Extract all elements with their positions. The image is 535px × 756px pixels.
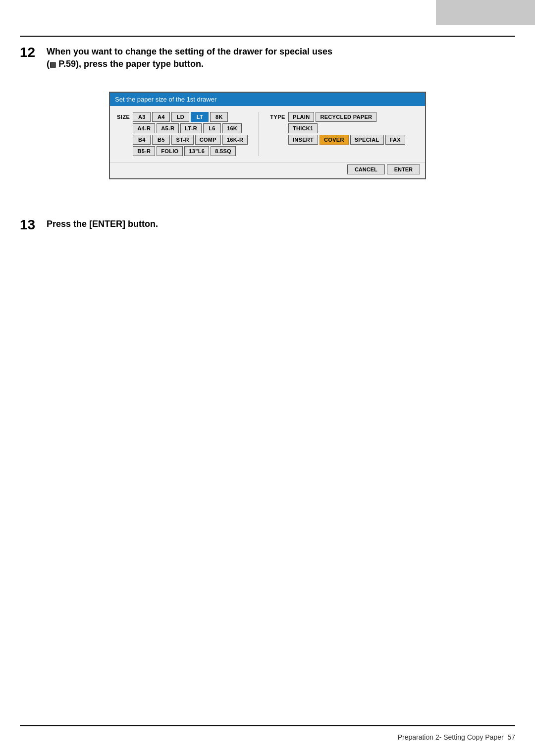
size-label: SIZE: [117, 114, 130, 120]
page-number: 57: [507, 733, 515, 741]
btn-insert[interactable]: INSERT: [288, 135, 318, 145]
step-12-number: 12: [20, 46, 41, 59]
step-13-number: 13: [20, 218, 41, 232]
btn-plain[interactable]: PLAIN: [288, 112, 315, 122]
size-row-1: A3 A4 LD LT 8K: [133, 112, 248, 122]
btn-b5r[interactable]: B5-R: [133, 146, 155, 156]
btn-16kr[interactable]: 16K-R: [222, 135, 248, 145]
btn-13l6[interactable]: 13"L6: [184, 146, 209, 156]
btn-ld[interactable]: LD: [171, 112, 189, 122]
size-section: SIZE A3 A4 LD LT 8K A4-R A5-R LT-R L6 16…: [117, 112, 248, 156]
step-13: 13 Press the [ENTER] button.: [20, 218, 515, 232]
btn-folio[interactable]: FOLIO: [157, 146, 183, 156]
footer-label: Preparation 2- Setting Copy Paper: [398, 733, 504, 741]
btn-fax[interactable]: FAX: [385, 135, 405, 145]
type-section: TYPE PLAIN RECYCLED PAPER THICK1 INSERT …: [270, 112, 418, 156]
btn-special[interactable]: SPECIAL: [350, 135, 384, 145]
btn-a3[interactable]: A3: [133, 112, 151, 122]
btn-str[interactable]: ST-R: [171, 135, 193, 145]
btn-b5[interactable]: B5: [152, 135, 170, 145]
dialog-title-bar: Set the paper size of the 1st drawer: [110, 93, 425, 106]
btn-a4[interactable]: A4: [152, 112, 170, 122]
btn-lt[interactable]: LT: [191, 112, 209, 122]
dialog-footer: CANCEL ENTER: [110, 162, 425, 178]
cancel-button[interactable]: CANCEL: [347, 164, 385, 174]
btn-ltr[interactable]: LT-R: [180, 123, 202, 133]
enter-button[interactable]: ENTER: [387, 164, 420, 174]
bottom-rule: [20, 725, 515, 726]
type-row-1: PLAIN RECYCLED PAPER: [288, 112, 405, 122]
btn-comp[interactable]: COMP: [195, 135, 221, 145]
top-bar: [436, 0, 535, 25]
btn-b4[interactable]: B4: [133, 135, 151, 145]
type-row-2: THICK1: [288, 123, 405, 133]
btn-16k[interactable]: 16K: [222, 123, 242, 133]
btn-85sq[interactable]: 8.5SQ: [211, 146, 236, 156]
btn-cover[interactable]: COVER: [320, 135, 349, 145]
top-rule: [20, 36, 515, 37]
dialog-box: Set the paper size of the 1st drawer SIZ…: [109, 92, 426, 179]
type-row-3: INSERT COVER SPECIAL FAX: [288, 135, 405, 145]
step-13-text: Press the [ENTER] button.: [47, 218, 158, 230]
size-row-3: B4 B5 ST-R COMP 16K-R: [133, 135, 248, 145]
divider: [259, 112, 259, 156]
btn-l6[interactable]: L6: [203, 123, 221, 133]
btn-8k[interactable]: 8K: [210, 112, 228, 122]
btn-a4r[interactable]: A4-R: [133, 123, 155, 133]
btn-a5r[interactable]: A5-R: [157, 123, 179, 133]
dialog-body: SIZE A3 A4 LD LT 8K A4-R A5-R LT-R L6 16…: [110, 106, 425, 160]
footer-text: Preparation 2- Setting Copy Paper 57: [398, 733, 515, 741]
size-row-4: B5-R FOLIO 13"L6 8.5SQ: [133, 146, 248, 156]
step-12: 12 When you want to change the setting o…: [20, 46, 515, 70]
btn-thick1[interactable]: THICK1: [288, 123, 318, 133]
btn-recycled[interactable]: RECYCLED PAPER: [316, 112, 376, 122]
size-row-2: A4-R A5-R LT-R L6 16K: [133, 123, 248, 133]
step-12-text: When you want to change the setting of t…: [47, 46, 332, 70]
type-label: TYPE: [270, 114, 285, 120]
